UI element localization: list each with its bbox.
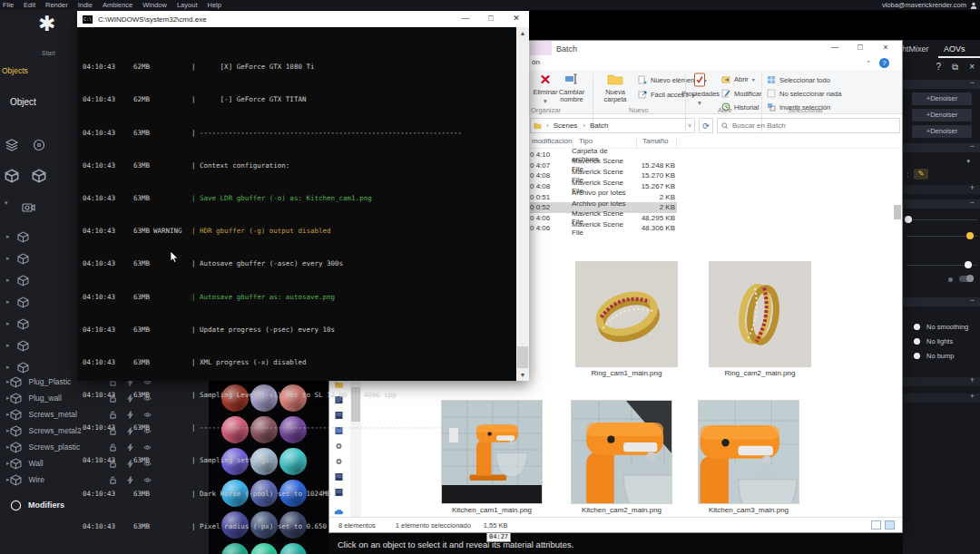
collapse-icon[interactable]: −: [970, 198, 975, 207]
thumbnail-ring-cam1[interactable]: [575, 261, 678, 367]
breadcrumb-item[interactable]: Batch: [580, 121, 611, 130]
minimize-button[interactable]: —: [822, 41, 848, 55]
console-line: 04:10:43 63MB | Sampling Level (-sl) set…: [83, 391, 462, 399]
menu-item[interactable]: Layout: [177, 1, 198, 9]
popout-icon[interactable]: ⧉: [952, 62, 958, 73]
slider-track[interactable]: [906, 219, 977, 220]
scrollbar-thumb[interactable]: [894, 205, 901, 219]
tree-row[interactable]: ▸: [0, 272, 77, 288]
section-header[interactable]: −: [903, 143, 980, 152]
denoiser-button[interactable]: +Denoiser: [912, 92, 972, 105]
section-header[interactable]: −: [903, 80, 980, 89]
radio-option[interactable]: No smoothing: [914, 323, 968, 331]
toggle-switch[interactable]: [959, 276, 974, 282]
section-header[interactable]: +: [903, 394, 980, 403]
chevron-down-icon[interactable]: ▾: [5, 199, 8, 214]
maximize-button[interactable]: □: [478, 11, 504, 27]
expand-icon[interactable]: +: [970, 375, 975, 384]
section-header[interactable]: +: [903, 185, 980, 194]
file-row[interactable]: 0 4:06 Maverick Scene File 48.306 KB: [530, 223, 677, 234]
denoiser-button[interactable]: +Denoiser: [912, 109, 972, 121]
close-icon[interactable]: ×: [969, 62, 975, 73]
folder-icon: [534, 121, 542, 130]
cmd-console[interactable]: 04:10:43 62MB | [X] GeForce GTX 1080 Ti …: [77, 27, 529, 381]
camera-icon[interactable]: [21, 199, 35, 214]
address-bar[interactable]: ScenesBatch ˅: [530, 118, 695, 133]
radio-option[interactable]: No lights: [914, 337, 953, 345]
properties-button[interactable]: Propiedades▾: [681, 73, 718, 107]
collapse-icon[interactable]: −: [970, 141, 975, 151]
help-icon[interactable]: ?: [936, 62, 941, 73]
refresh-button[interactable]: ⟳: [699, 118, 713, 133]
search-box[interactable]: [717, 118, 900, 133]
expand-icon[interactable]: +: [970, 392, 975, 401]
denoiser-button[interactable]: +Denoiser: [912, 125, 972, 138]
column-header-size[interactable]: Tamaño: [642, 137, 668, 145]
section-header[interactable]: −: [903, 199, 980, 209]
collapse-icon[interactable]: −: [970, 296, 975, 305]
select-all-button[interactable]: Seleccionar todo: [767, 75, 830, 84]
maverick-logo-icon[interactable]: ✱: [38, 12, 55, 36]
chevron-down-icon[interactable]: ▾: [966, 158, 970, 165]
select-none-button[interactable]: No seleccionar nada: [767, 89, 841, 98]
menu-item[interactable]: File: [3, 1, 14, 9]
log-level: [153, 129, 191, 137]
menu-item[interactable]: Indie: [78, 1, 93, 9]
tab-aovs[interactable]: AOVs: [944, 44, 965, 53]
breadcrumb-item[interactable]: Scenes: [544, 121, 580, 130]
tree-row[interactable]: ▸: [0, 337, 77, 354]
menu-item[interactable]: Window: [142, 1, 167, 9]
log-message: | [-] GeForce GTX TITAN: [191, 95, 306, 103]
cmd-scrollbar[interactable]: ▲ ▼: [516, 27, 529, 381]
maximize-button[interactable]: □: [848, 41, 873, 55]
ribbon-tab-fragment[interactable]: ón: [532, 58, 540, 66]
menu-item[interactable]: Ambience: [103, 1, 132, 9]
column-header-date[interactable]: modificación: [532, 137, 572, 145]
start-label[interactable]: Start: [42, 50, 55, 56]
menu-item[interactable]: Edit: [24, 1, 35, 9]
edit-button[interactable]: Modificar: [721, 89, 761, 98]
thumbnail-view-button[interactable]: [885, 520, 895, 530]
slider-handle-yellow[interactable]: [966, 232, 974, 239]
collapse-ribbon-icon[interactable]: ⌃: [866, 60, 871, 67]
tree-row[interactable]: ▸: [0, 250, 77, 267]
menu-item[interactable]: Render: [45, 1, 68, 9]
layers-icon[interactable]: [5, 138, 19, 152]
minimize-button[interactable]: —: [453, 11, 478, 27]
scroll-down-icon[interactable]: ▼: [516, 369, 529, 381]
close-button[interactable]: ×: [873, 41, 898, 55]
expand-icon[interactable]: +: [970, 183, 975, 192]
scroll-up-icon[interactable]: ▲: [516, 27, 529, 39]
menu-item[interactable]: Help: [207, 1, 220, 9]
slider-handle[interactable]: [965, 261, 972, 268]
thumbnail-kitchen-cam2[interactable]: [571, 400, 672, 504]
tree-row[interactable]: ▸: [0, 294, 77, 310]
edit-pencil-icon[interactable]: ✎: [914, 169, 928, 180]
close-button[interactable]: ✕: [504, 11, 529, 27]
collapse-icon[interactable]: −: [970, 78, 975, 87]
search-input[interactable]: [732, 121, 896, 130]
new-folder-button[interactable]: Nueva carpeta: [596, 73, 634, 103]
help-icon[interactable]: ?: [879, 58, 889, 68]
radio-option[interactable]: No bump: [914, 352, 954, 360]
tree-row[interactable]: ▸: [0, 228, 77, 245]
scrollbar-thumb[interactable]: [517, 346, 528, 368]
column-header-type[interactable]: Tipo: [579, 137, 593, 145]
account-area[interactable]: vloba@maverickrender.com: [882, 1, 977, 9]
rename-button[interactable]: Cambiar nombre: [553, 73, 591, 103]
section-header[interactable]: +: [903, 377, 980, 386]
cube-icon[interactable]: [5, 169, 19, 183]
rename-icon: [564, 73, 579, 85]
thumbnail-ring-cam2[interactable]: [709, 261, 811, 367]
open-button[interactable]: Abrir▾: [721, 75, 755, 83]
target-icon[interactable]: [32, 138, 46, 152]
details-view-button[interactable]: [871, 520, 881, 530]
tab-objects[interactable]: Objects: [2, 66, 28, 75]
tree-row[interactable]: ▸: [0, 316, 77, 332]
thumbnail-kitchen-cam3[interactable]: [698, 400, 799, 504]
address-dropdown-icon[interactable]: ˅: [688, 122, 691, 129]
cube2-icon[interactable]: [32, 169, 46, 183]
slider-handle[interactable]: [905, 216, 912, 223]
section-header[interactable]: −: [903, 297, 980, 306]
cmd-title-bar[interactable]: C:\ C:\WINDOWS\system32\cmd.exe — □ ✕: [77, 11, 529, 27]
